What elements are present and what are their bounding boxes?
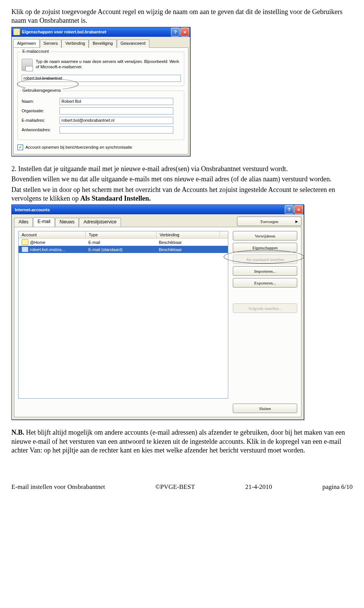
label-org: Organisatie: bbox=[22, 108, 60, 113]
tab-all[interactable]: Alles bbox=[14, 218, 33, 227]
tab-security[interactable]: Beveiliging bbox=[89, 39, 116, 48]
list-item[interactable]: robert.bol.onsbra... E-mail (standaard) … bbox=[19, 246, 228, 253]
header-type[interactable]: Type bbox=[86, 231, 157, 238]
group-title-userdata: Gebruikersgegevens bbox=[21, 88, 63, 93]
tab-servers[interactable]: Servers bbox=[40, 39, 62, 48]
remove-button[interactable]: Verwijderen bbox=[233, 231, 297, 240]
account-desc: Typ de naam waarmee u naar deze servers … bbox=[36, 59, 180, 70]
internet-accounts-dialog: Internet-accounts ? × Alles E-mail Nieuw… bbox=[11, 204, 304, 420]
close-button[interactable]: × bbox=[294, 205, 303, 214]
server-icon bbox=[22, 59, 33, 71]
label-reply: Antwoordadres: bbox=[22, 127, 60, 132]
group-title-emailaccount: E-mailaccount bbox=[21, 49, 50, 53]
input-reply[interactable] bbox=[60, 126, 173, 134]
footer-page: pagina 6/10 bbox=[322, 483, 353, 491]
import-button[interactable]: Importeren... bbox=[233, 266, 297, 276]
checkbox-include[interactable]: ✓ bbox=[17, 145, 23, 150]
window-icon bbox=[13, 28, 20, 35]
group-emailaccount: E-mailaccount Typ de naam waarmee u naar… bbox=[17, 52, 184, 86]
tabstrip: Algemeen Servers Verbinding Beveiliging … bbox=[12, 37, 190, 47]
window-title: Internet-accounts bbox=[15, 207, 50, 212]
set-default-button: Als standaard instellen bbox=[233, 255, 297, 264]
order-button: Volgorde instellen... bbox=[233, 303, 297, 313]
list-item[interactable]: @Home E-mail Beschikbaar bbox=[19, 239, 228, 246]
step2-heading: 2. Instellen dat je uitgaande mail met j… bbox=[11, 165, 353, 173]
nb-paragraph: N.B. Het blijft altijd mogelijk om ander… bbox=[11, 428, 353, 455]
export-button[interactable]: Exporteren... bbox=[233, 278, 297, 288]
account-icon bbox=[22, 239, 28, 245]
help-button[interactable]: ? bbox=[285, 205, 293, 214]
label-naam: Naam: bbox=[22, 99, 60, 104]
tab-advanced[interactable]: Geavanceerd bbox=[117, 39, 149, 48]
tab-addressbook[interactable]: Adreslijstservice bbox=[79, 218, 121, 227]
tab-email[interactable]: E-mail bbox=[33, 217, 55, 227]
properties-button[interactable]: Eigenschappen bbox=[233, 243, 297, 252]
step2-body1: Bovendien willen we nu dat alle uitgaand… bbox=[11, 175, 353, 184]
titlebar[interactable]: Internet-accounts ? × bbox=[12, 205, 304, 214]
titlebar[interactable]: Eigenschappen voor robert.bol.brabantnet… bbox=[12, 27, 190, 37]
footer-left: E-mail instellen voor Onsbrabantnet bbox=[11, 483, 105, 491]
tab-connection[interactable]: Verbinding bbox=[61, 39, 89, 48]
step2-body2: Dat stellen we in door op het scherm met… bbox=[11, 185, 353, 203]
list-header[interactable]: Account Type Verbinding bbox=[19, 231, 228, 239]
label-email: E-mailadres: bbox=[22, 118, 60, 123]
chevron-right-icon: ▶ bbox=[295, 220, 298, 223]
footer-date: 21-4-2010 bbox=[245, 483, 272, 491]
tab-news[interactable]: Nieuws bbox=[55, 218, 79, 227]
help-button[interactable]: ? bbox=[171, 28, 180, 36]
group-userdata: Gebruikersgegevens Naam: Organisatie: E-… bbox=[17, 91, 184, 140]
account-name-input[interactable] bbox=[22, 75, 181, 82]
header-connection[interactable]: Verbinding bbox=[157, 231, 220, 238]
input-org[interactable] bbox=[60, 107, 173, 115]
accounts-listview[interactable]: Account Type Verbinding @Home E-mail Bes… bbox=[18, 231, 228, 399]
add-button[interactable]: Toevoegen▶ bbox=[237, 217, 301, 226]
input-naam[interactable] bbox=[60, 98, 173, 105]
footer-mid: ©PVGE-BEST bbox=[155, 483, 195, 491]
close-button[interactable]: × bbox=[180, 28, 189, 36]
header-account[interactable]: Account bbox=[19, 231, 86, 238]
window-title: Eigenschappen voor robert.bol.brabantnet bbox=[22, 30, 106, 34]
properties-dialog: Eigenschappen voor robert.bol.brabantnet… bbox=[11, 27, 190, 156]
input-email[interactable] bbox=[60, 117, 173, 124]
page-footer: E-mail instellen voor Onsbrabantnet ©PVG… bbox=[0, 460, 364, 498]
tab-general[interactable]: Algemeen bbox=[13, 39, 40, 47]
close-dialog-button[interactable]: Sluiten bbox=[233, 404, 297, 413]
checkbox-label: Account opnemen bij berichtverzending en… bbox=[25, 145, 132, 149]
intro-paragraph: Klik op de zojuist toegevoegde Account r… bbox=[11, 8, 353, 25]
account-icon bbox=[22, 247, 28, 252]
